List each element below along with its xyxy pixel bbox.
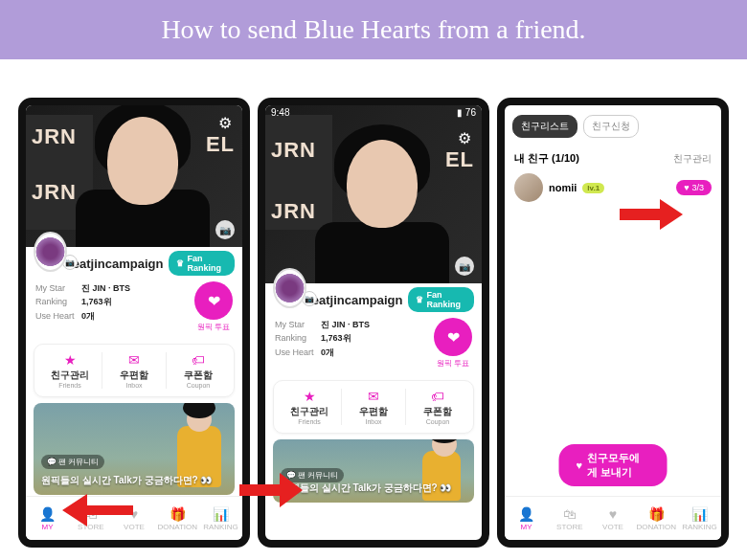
gear-icon[interactable]: ⚙ bbox=[455, 128, 474, 147]
avatar[interactable] bbox=[34, 232, 67, 272]
bg-sign: JRN bbox=[271, 138, 316, 163]
bg-sign: JRN bbox=[32, 180, 77, 205]
status-icons: ▮ 76 bbox=[457, 107, 476, 121]
profile-stats: My Star진 JIN · BTS Ranking1,763위 Use Hea… bbox=[265, 314, 482, 376]
stat-value: 진 JIN · BTS bbox=[321, 320, 370, 329]
manage-friends-link[interactable]: 친구관리 bbox=[673, 152, 712, 166]
fan-ranking-badge[interactable]: ♛ Fan Ranking bbox=[408, 287, 474, 312]
stat-key: My Star bbox=[275, 318, 321, 331]
friends-button[interactable]: ★ 친구관리 Friends bbox=[38, 352, 102, 389]
vote-caption: 원픽 투표 bbox=[194, 322, 233, 332]
nav-label: STORE bbox=[556, 523, 582, 531]
nav-donation[interactable]: 🎁DONATION bbox=[635, 497, 678, 540]
stat-value: 진 JIN · BTS bbox=[81, 283, 130, 293]
inbox-label: 우편함 bbox=[342, 405, 405, 418]
vote-button-block: ❤ 원픽 투표 bbox=[194, 281, 233, 332]
stat-key: Ranking bbox=[275, 331, 321, 345]
inbox-sub: Inbox bbox=[102, 382, 166, 389]
friends-label: 친구관리 bbox=[38, 369, 102, 382]
friend-count: 내 친구 (1/10) bbox=[514, 151, 579, 166]
profile-strip: 📷 eatjincampaign ♛ Fan Ranking bbox=[26, 247, 242, 278]
profile-stats: My Star진 JIN · BTS Ranking1,763위 Use Hea… bbox=[26, 278, 242, 340]
inbox-button[interactable]: ✉ 우편함 Inbox bbox=[342, 389, 406, 425]
action-card: ★ 친구관리 Friends ✉ 우편함 Inbox 🏷 쿠폰함 Coupon bbox=[34, 344, 235, 397]
coupon-button[interactable]: 🏷 쿠폰함 Coupon bbox=[167, 352, 230, 389]
star-icon: ★ bbox=[278, 389, 341, 404]
vote-caption: 원픽 투표 bbox=[434, 358, 472, 369]
coupon-label: 쿠폰함 bbox=[406, 405, 469, 418]
mail-icon: ✉ bbox=[102, 352, 166, 368]
send-all-button[interactable]: ♥ 친구모두에게 보내기 bbox=[559, 444, 668, 486]
fan-ranking-label: Fan Ranking bbox=[187, 254, 227, 273]
friends-sub: Friends bbox=[278, 418, 341, 425]
camera-icon[interactable]: 📷 bbox=[215, 220, 235, 239]
nav-label: DONATION bbox=[157, 523, 197, 531]
friend-level-badge: lv.1 bbox=[582, 183, 604, 193]
friend-row: nomii lv.1 ♥ 3/3 bbox=[505, 169, 721, 206]
coupon-button[interactable]: 🏷 쿠폰함 Coupon bbox=[406, 389, 469, 425]
stat-value: 0개 bbox=[81, 311, 95, 321]
nav-label: DONATION bbox=[636, 523, 676, 531]
vote-heart-button[interactable]: ❤ bbox=[434, 318, 472, 356]
heart-icon: ♥ bbox=[609, 506, 617, 522]
tab-friend-request[interactable]: 친구신청 bbox=[583, 115, 639, 138]
tutorial-arrow-icon bbox=[618, 195, 687, 234]
profile-strip: 📷 eatjincampaign ♛ Fan Ranking bbox=[265, 283, 482, 314]
profile-hero-photo: 9:48 ▮ 76 JRN JRN EL ⚙ 📷 bbox=[265, 105, 482, 283]
status-time: 9:48 bbox=[271, 107, 289, 121]
friend-list-header: 내 친구 (1/10) 친구관리 bbox=[505, 142, 721, 169]
hero-person bbox=[347, 140, 418, 228]
tab-friend-list[interactable]: 친구리스트 bbox=[512, 115, 577, 138]
star-icon: ★ bbox=[38, 352, 102, 368]
inbox-button[interactable]: ✉ 우편함 Inbox bbox=[102, 352, 167, 389]
tutorial-title: How to send Blue Hearts from a friend. bbox=[161, 14, 585, 45]
chart-icon: 📊 bbox=[691, 506, 708, 522]
stats-list: My Star진 JIN · BTS Ranking1,763위 Use Hea… bbox=[275, 318, 370, 369]
status-bar: 9:48 ▮ 76 bbox=[265, 105, 482, 123]
friends-button[interactable]: ★ 친구관리 Friends bbox=[278, 389, 342, 425]
community-banner[interactable]: 💬 팬 커뮤니티 원픽들의 실시간 Talk가 궁금하다면? 👀 bbox=[34, 403, 235, 495]
bg-sign: JRN bbox=[271, 199, 316, 224]
vote-heart-button[interactable]: ❤ bbox=[194, 281, 233, 320]
coupon-sub: Coupon bbox=[406, 418, 469, 425]
phone-screenshot-3: 친구리스트 친구신청 내 친구 (1/10) 친구관리 nomii lv.1 ♥… bbox=[497, 98, 729, 548]
stat-value: 0개 bbox=[321, 347, 334, 357]
stat-key: Use Heart bbox=[35, 309, 81, 323]
coupon-label: 쿠폰함 bbox=[167, 369, 230, 382]
camera-icon[interactable]: 📷 bbox=[455, 257, 474, 276]
fan-ranking-label: Fan Ranking bbox=[426, 290, 466, 309]
hero-person bbox=[107, 117, 178, 205]
nav-store[interactable]: 🛍STORE bbox=[548, 497, 591, 540]
bg-sign: EL bbox=[445, 147, 474, 172]
nav-vote[interactable]: ♥VOTE bbox=[591, 497, 634, 540]
screenshot-panels: JRN JRN EL ⚙ 📷 📷 eatjincampaign ♛ Fan Ra… bbox=[0, 59, 747, 548]
nav-ranking[interactable]: 📊RANKING bbox=[199, 497, 242, 540]
avatar[interactable] bbox=[273, 268, 306, 308]
bottom-nav: 👤MY 🛍STORE ♥VOTE 🎁DONATION 📊RANKING bbox=[505, 496, 721, 540]
username: eatjincampaign bbox=[73, 257, 164, 271]
send-all-label: 친구모두에게 보내기 bbox=[587, 451, 649, 480]
nav-label: MY bbox=[42, 523, 54, 531]
person-icon: 👤 bbox=[39, 506, 56, 522]
nav-label: RANKING bbox=[203, 523, 238, 531]
stat-key: Use Heart bbox=[275, 346, 321, 359]
nav-ranking[interactable]: 📊RANKING bbox=[678, 497, 721, 540]
gear-icon[interactable]: ⚙ bbox=[215, 113, 235, 132]
username: eatjincampaign bbox=[312, 293, 403, 307]
hero-person bbox=[315, 222, 449, 283]
tutorial-title-bar: How to send Blue Hearts from a friend. bbox=[0, 0, 747, 59]
friend-tabs: 친구리스트 친구신청 bbox=[505, 105, 721, 142]
tutorial-arrow-icon bbox=[238, 469, 306, 511]
profile-hero-photo: JRN JRN EL ⚙ 📷 bbox=[26, 105, 242, 247]
friend-avatar[interactable] bbox=[514, 173, 543, 202]
stat-key: Ranking bbox=[35, 295, 81, 308]
fan-ranking-badge[interactable]: ♛ Fan Ranking bbox=[169, 251, 235, 276]
nav-my[interactable]: 👤MY bbox=[505, 497, 548, 540]
nav-donation[interactable]: 🎁DONATION bbox=[156, 497, 199, 540]
bg-sign: JRN bbox=[32, 124, 77, 149]
send-heart-button[interactable]: ♥ 3/3 bbox=[676, 180, 712, 195]
stat-value: 1,763위 bbox=[81, 297, 112, 306]
bg-sign: EL bbox=[206, 132, 235, 157]
coupon-sub: Coupon bbox=[167, 382, 230, 389]
crown-icon: ♛ bbox=[416, 295, 423, 304]
